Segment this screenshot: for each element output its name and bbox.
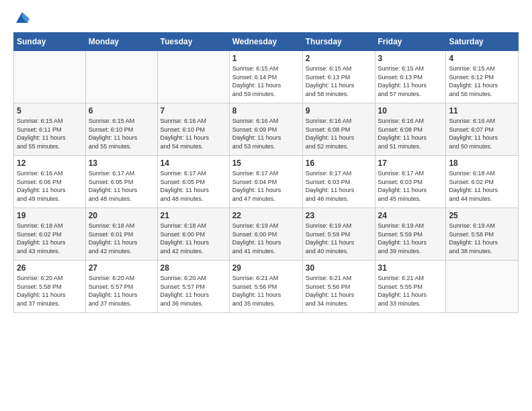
logo-icon [15,11,30,26]
day-info: Sunrise: 6:15 AM Sunset: 6:13 PM Dayligh… [378,64,443,98]
day-info: Sunrise: 6:16 AM Sunset: 6:06 PM Dayligh… [17,169,83,203]
calendar-cell: 6Sunrise: 6:15 AM Sunset: 6:10 PM Daylig… [85,103,157,156]
day-info: Sunrise: 6:18 AM Sunset: 6:01 PM Dayligh… [89,222,154,255]
weekday-header-thursday: Thursday [302,33,375,51]
day-number: 18 [449,158,515,168]
day-info: Sunrise: 6:17 AM Sunset: 6:05 PM Dayligh… [89,169,154,203]
day-number: 15 [232,158,300,168]
day-info: Sunrise: 6:20 AM Sunset: 5:57 PM Dayligh… [161,274,226,308]
calendar-cell [446,261,519,313]
day-info: Sunrise: 6:21 AM Sunset: 5:56 PM Dayligh… [306,274,372,308]
day-number: 13 [89,158,154,168]
week-row-1: 1Sunrise: 6:15 AM Sunset: 6:14 PM Daylig… [14,51,519,103]
day-number: 1 [232,54,300,63]
day-info: Sunrise: 6:16 AM Sunset: 6:09 PM Dayligh… [232,117,300,150]
day-info: Sunrise: 6:19 AM Sunset: 5:59 PM Dayligh… [306,222,372,255]
calendar-cell: 21Sunrise: 6:18 AM Sunset: 6:00 PM Dayli… [157,208,229,261]
calendar-cell: 20Sunrise: 6:18 AM Sunset: 6:01 PM Dayli… [85,208,157,261]
calendar-cell: 28Sunrise: 6:20 AM Sunset: 5:57 PM Dayli… [157,261,229,313]
day-info: Sunrise: 6:16 AM Sunset: 6:08 PM Dayligh… [306,117,372,150]
day-info: Sunrise: 6:20 AM Sunset: 5:57 PM Dayligh… [89,274,154,308]
weekday-header-monday: Monday [85,33,157,51]
weekday-header-saturday: Saturday [446,33,519,51]
calendar-cell [157,51,229,103]
day-number: 14 [161,158,226,168]
day-number: 12 [17,158,83,168]
day-number: 5 [17,106,83,116]
day-info: Sunrise: 6:19 AM Sunset: 5:58 PM Dayligh… [449,222,515,255]
day-number: 19 [17,211,83,220]
week-row-2: 5Sunrise: 6:15 AM Sunset: 6:11 PM Daylig… [14,103,519,156]
day-info: Sunrise: 6:16 AM Sunset: 6:10 PM Dayligh… [161,117,226,150]
calendar-cell: 24Sunrise: 6:19 AM Sunset: 5:59 PM Dayli… [375,208,446,261]
day-info: Sunrise: 6:17 AM Sunset: 6:03 PM Dayligh… [378,169,443,203]
week-row-4: 19Sunrise: 6:18 AM Sunset: 6:02 PM Dayli… [14,208,519,261]
day-info: Sunrise: 6:17 AM Sunset: 6:03 PM Dayligh… [306,169,372,203]
calendar-cell: 7Sunrise: 6:16 AM Sunset: 6:10 PM Daylig… [157,103,229,156]
day-number: 17 [378,158,443,168]
day-number: 23 [306,211,372,220]
day-number: 4 [449,54,515,63]
week-row-3: 12Sunrise: 6:16 AM Sunset: 6:06 PM Dayli… [14,156,519,208]
weekday-header-friday: Friday [375,33,446,51]
calendar-cell: 19Sunrise: 6:18 AM Sunset: 6:02 PM Dayli… [14,208,86,261]
weekday-header-tuesday: Tuesday [157,33,229,51]
calendar: SundayMondayTuesdayWednesdayThursdayFrid… [13,32,519,313]
calendar-cell: 13Sunrise: 6:17 AM Sunset: 6:05 PM Dayli… [85,156,157,208]
calendar-cell: 23Sunrise: 6:19 AM Sunset: 5:59 PM Dayli… [302,208,375,261]
day-number: 7 [161,106,226,116]
day-number: 24 [378,211,443,220]
day-number: 16 [306,158,372,168]
day-number: 10 [378,106,443,116]
day-number: 28 [161,263,226,273]
day-number: 25 [449,211,515,220]
day-number: 29 [232,263,300,273]
header [13,12,519,26]
calendar-cell: 16Sunrise: 6:17 AM Sunset: 6:03 PM Dayli… [302,156,375,208]
calendar-cell: 14Sunrise: 6:17 AM Sunset: 6:05 PM Dayli… [157,156,229,208]
calendar-cell: 11Sunrise: 6:16 AM Sunset: 6:07 PM Dayli… [446,103,519,156]
day-number: 26 [17,263,83,273]
calendar-cell: 31Sunrise: 6:21 AM Sunset: 5:55 PM Dayli… [375,261,446,313]
day-info: Sunrise: 6:15 AM Sunset: 6:12 PM Dayligh… [449,64,515,98]
calendar-cell: 17Sunrise: 6:17 AM Sunset: 6:03 PM Dayli… [375,156,446,208]
day-number: 27 [89,263,154,273]
calendar-cell [14,51,86,103]
page: SundayMondayTuesdayWednesdayThursdayFrid… [0,0,532,325]
day-info: Sunrise: 6:17 AM Sunset: 6:05 PM Dayligh… [161,169,226,203]
day-info: Sunrise: 6:18 AM Sunset: 6:02 PM Dayligh… [17,222,83,255]
day-number: 30 [306,263,372,273]
weekday-header-sunday: Sunday [14,33,86,51]
day-number: 31 [378,263,443,273]
day-info: Sunrise: 6:19 AM Sunset: 5:59 PM Dayligh… [378,222,443,255]
calendar-cell: 4Sunrise: 6:15 AM Sunset: 6:12 PM Daylig… [446,51,519,103]
day-info: Sunrise: 6:15 AM Sunset: 6:14 PM Dayligh… [232,64,300,98]
day-info: Sunrise: 6:15 AM Sunset: 6:11 PM Dayligh… [17,117,83,150]
day-info: Sunrise: 6:19 AM Sunset: 6:00 PM Dayligh… [232,222,300,255]
logo [13,12,30,26]
calendar-cell: 22Sunrise: 6:19 AM Sunset: 6:00 PM Dayli… [229,208,302,261]
day-info: Sunrise: 6:18 AM Sunset: 6:02 PM Dayligh… [449,169,515,203]
day-info: Sunrise: 6:21 AM Sunset: 5:55 PM Dayligh… [378,274,443,308]
day-number: 3 [378,54,443,63]
calendar-cell: 5Sunrise: 6:15 AM Sunset: 6:11 PM Daylig… [14,103,86,156]
day-info: Sunrise: 6:20 AM Sunset: 5:58 PM Dayligh… [17,274,83,308]
day-info: Sunrise: 6:16 AM Sunset: 6:07 PM Dayligh… [449,117,515,150]
calendar-cell: 12Sunrise: 6:16 AM Sunset: 6:06 PM Dayli… [14,156,86,208]
weekday-header-wednesday: Wednesday [229,33,302,51]
calendar-cell: 8Sunrise: 6:16 AM Sunset: 6:09 PM Daylig… [229,103,302,156]
day-number: 8 [232,106,300,116]
calendar-cell: 25Sunrise: 6:19 AM Sunset: 5:58 PM Dayli… [446,208,519,261]
day-info: Sunrise: 6:15 AM Sunset: 6:10 PM Dayligh… [89,117,154,150]
calendar-cell: 26Sunrise: 6:20 AM Sunset: 5:58 PM Dayli… [14,261,86,313]
calendar-cell: 3Sunrise: 6:15 AM Sunset: 6:13 PM Daylig… [375,51,446,103]
day-number: 22 [232,211,300,220]
calendar-cell: 29Sunrise: 6:21 AM Sunset: 5:56 PM Dayli… [229,261,302,313]
day-number: 6 [89,106,154,116]
week-row-5: 26Sunrise: 6:20 AM Sunset: 5:58 PM Dayli… [14,261,519,313]
day-number: 11 [449,106,515,116]
day-info: Sunrise: 6:17 AM Sunset: 6:04 PM Dayligh… [232,169,300,203]
calendar-cell: 30Sunrise: 6:21 AM Sunset: 5:56 PM Dayli… [302,261,375,313]
calendar-cell [85,51,157,103]
day-number: 20 [89,211,154,220]
